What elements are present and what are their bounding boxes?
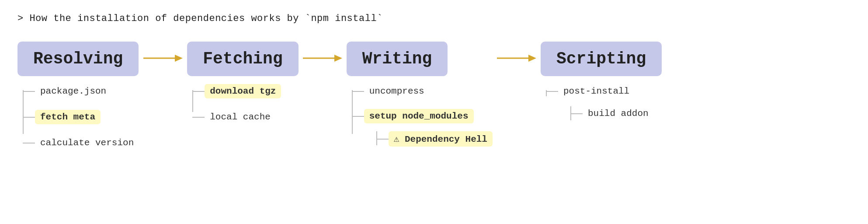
svg-marker-5 bbox=[528, 55, 536, 62]
child-dependency-hell: ⚠ Dependency Hell bbox=[389, 131, 493, 147]
arrow-1 bbox=[299, 42, 347, 75]
child-calculate-version: calculate version bbox=[35, 136, 139, 150]
stage-box-scripting: Scripting bbox=[541, 42, 662, 76]
stage-writing: Writinguncompresssetup node_modules⚠ Dep… bbox=[347, 42, 493, 147]
stage-resolving: Resolvingpackage.jsonfetch metacalculate… bbox=[17, 42, 139, 150]
child-download-tgz: download tgz bbox=[205, 84, 281, 98]
child-post-install: post-install bbox=[558, 84, 635, 98]
child-build-addon: build addon bbox=[583, 106, 654, 121]
child-setup-node-modules: setup node_modules bbox=[364, 109, 474, 123]
svg-marker-1 bbox=[175, 55, 183, 62]
child-local-cache: local cache bbox=[205, 110, 276, 124]
diagram: Resolvingpackage.jsonfetch metacalculate… bbox=[17, 42, 851, 150]
child-package.json: package.json bbox=[35, 84, 111, 98]
stage-fetching: Fetchingdownload tgzlocal cache bbox=[187, 42, 298, 124]
stage-tree-scripting: post-installbuild addon bbox=[546, 84, 654, 121]
stage-tree-resolving: package.jsonfetch metacalculate version bbox=[23, 84, 139, 150]
page-header: > How the installation of dependencies w… bbox=[17, 13, 851, 24]
stage-tree-writing: uncompresssetup node_modules⚠ Dependency… bbox=[352, 84, 493, 147]
svg-marker-3 bbox=[334, 55, 342, 62]
stage-tree-fetching: download tgzlocal cache bbox=[192, 84, 281, 124]
child-fetch-meta: fetch meta bbox=[35, 110, 101, 124]
child-uncompress: uncompress bbox=[364, 84, 430, 98]
arrow-2 bbox=[493, 42, 541, 75]
stage-scripting: Scriptingpost-installbuild addon bbox=[541, 42, 662, 121]
arrow-0 bbox=[139, 42, 187, 75]
header-text: > How the installation of dependencies w… bbox=[17, 13, 851, 24]
stage-box-writing: Writing bbox=[347, 42, 448, 76]
stage-box-fetching: Fetching bbox=[187, 42, 298, 76]
stage-box-resolving: Resolving bbox=[17, 42, 139, 76]
